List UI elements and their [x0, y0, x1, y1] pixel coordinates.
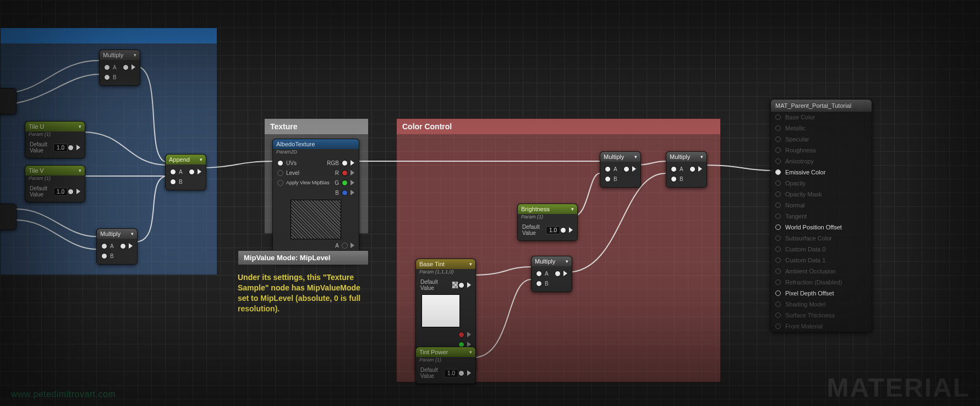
node-subtitle: Param (1) — [25, 175, 85, 182]
output-pin[interactable] — [68, 189, 74, 195]
chevron-down-icon[interactable]: ▾ — [469, 349, 472, 355]
output-pin[interactable] — [68, 145, 74, 151]
material-pin-subsurface-color: Subsurface Color — [771, 233, 872, 244]
chevron-down-icon[interactable]: ▾ — [131, 231, 134, 237]
node-title: Multiply — [100, 231, 121, 237]
multiply-node[interactable]: Multiply▾ A B — [96, 228, 138, 265]
material-pin-shading-model: Shading Model — [771, 299, 872, 310]
value-input[interactable]: 1.0 — [53, 144, 68, 152]
input-pin-a[interactable] — [104, 64, 110, 70]
node-title: Base Tint — [419, 261, 445, 267]
material-pins-list: Base ColorMetallicSpecularRoughnessAniso… — [771, 112, 872, 332]
material-pin-custom-data-0: Custom Data 0 — [771, 244, 872, 255]
texture-thumbnail[interactable] — [291, 200, 341, 239]
chevron-down-icon[interactable]: ▾ — [79, 168, 81, 173]
partial-node[interactable] — [0, 88, 17, 114]
material-pin-opacity-mask: Opacity Mask — [771, 189, 872, 200]
material-pin-front-material: Front Material — [771, 321, 872, 332]
chevron-down-icon[interactable]: ▾ — [700, 154, 703, 160]
append-node[interactable]: Append▾ A B — [165, 154, 206, 190]
watermark-material: MATERIAL — [827, 372, 970, 403]
comment-header-texture[interactable]: Texture — [265, 119, 368, 134]
node-subtitle: Param (1) — [518, 214, 577, 221]
material-pin-custom-data-1: Custom Data 1 — [771, 255, 872, 266]
output-pin[interactable] — [560, 227, 566, 233]
material-pin-emissive-color[interactable]: Emissive Color — [771, 167, 872, 178]
param-tile-u[interactable]: Tile U▾ Param (1) Default Value1.0 — [25, 121, 85, 158]
pin-g[interactable] — [342, 180, 348, 186]
node-title: Multiply — [670, 153, 690, 160]
output-pin[interactable] — [189, 169, 195, 175]
input-pin-b[interactable] — [170, 179, 176, 185]
material-pin-world-position-offset[interactable]: World Position Offset — [771, 222, 872, 233]
comment-header[interactable] — [1, 28, 217, 43]
node-subtitle: Param (1) — [416, 357, 475, 364]
material-node-title: MAT_Parent_Portal_Tutorial — [771, 100, 872, 112]
pin-level[interactable] — [277, 170, 283, 176]
material-output-node[interactable]: MAT_Parent_Portal_Tutorial Base ColorMet… — [770, 99, 872, 332]
pin-a[interactable] — [342, 243, 348, 249]
comment-header-color[interactable]: Color Control — [397, 119, 720, 134]
multiply-node[interactable]: Multiply▾ A B — [99, 50, 140, 86]
annotation-text: Under its settings, this "Texture Sample… — [238, 272, 364, 314]
output-pin[interactable] — [458, 282, 464, 288]
node-title: Tint Power — [419, 349, 448, 355]
material-pin-refraction-disabled-: Refraction (Disabled) — [771, 277, 872, 288]
node-title: Multiply — [103, 52, 123, 58]
node-subtitle: Param2D — [273, 149, 359, 156]
value-input[interactable]: 1.0 — [546, 226, 560, 234]
node-subtitle: Param (1) — [25, 131, 85, 138]
material-pin-opacity: Opacity — [771, 178, 872, 189]
chevron-down-icon[interactable]: ▾ — [566, 259, 568, 264]
node-title: AlbedoTexture — [276, 141, 315, 147]
pin-rgb[interactable] — [342, 160, 348, 166]
color-preview-white[interactable] — [421, 294, 460, 327]
pin-mipbias[interactable] — [277, 180, 283, 186]
node-title: Multiply — [604, 153, 624, 160]
node-title: Append — [169, 156, 190, 163]
param-tile-v[interactable]: Tile V▾ Param (1) Default Value1.0 — [25, 165, 85, 202]
partial-node[interactable] — [0, 204, 17, 230]
chevron-down-icon[interactable]: ▾ — [134, 52, 136, 58]
pin-r[interactable] — [342, 170, 348, 176]
color-swatch-picker[interactable] — [452, 281, 458, 289]
material-pin-base-color: Base Color — [771, 112, 872, 123]
material-pin-specular: Specular — [771, 134, 872, 145]
param-brightness[interactable]: Brightness▾ Param (1) Default Value1.0 — [517, 204, 578, 241]
chevron-down-icon[interactable]: ▾ — [571, 206, 574, 212]
output-pin[interactable] — [123, 64, 129, 70]
multiply-node[interactable]: Multiply▾ A B — [666, 151, 707, 188]
input-pin-a[interactable] — [170, 169, 176, 175]
material-pin-pixel-depth-offset[interactable]: Pixel Depth Offset — [771, 288, 872, 299]
output-pin[interactable] — [458, 370, 464, 376]
material-pin-tangent: Tangent — [771, 211, 872, 222]
material-pin-ambient-occlusion: Ambient Occlusion — [771, 266, 872, 277]
node-subtitle: Param (1,1,1,0) — [416, 269, 475, 276]
multiply-node[interactable]: Multiply▾ A B — [600, 151, 641, 188]
chevron-down-icon[interactable]: ▾ — [634, 154, 637, 160]
node-title: Tile V — [29, 167, 44, 174]
value-input[interactable]: 1.0 — [444, 369, 458, 377]
mipvalue-mode-label: MipValue Mode: MipLevel — [238, 250, 369, 265]
param-tint-power[interactable]: Tint Power▾ Param (1) Default Value1.0 — [415, 347, 476, 384]
pin-b[interactable] — [342, 190, 348, 196]
material-pin-normal: Normal — [771, 200, 872, 211]
texture-sample-node[interactable]: AlbedoTexture Param2D UVs RGB Level R Ap… — [272, 139, 359, 264]
material-pin-metallic: Metallic — [771, 123, 872, 134]
watermark-url: www.petedimitrovart.com — [11, 389, 116, 399]
material-pin-surface-thickness: Surface Thickness — [771, 310, 872, 321]
value-input[interactable]: 1.0 — [53, 188, 68, 196]
node-title: Multiply — [535, 258, 555, 265]
material-pin-anisotropy: Anisotropy — [771, 156, 872, 167]
node-title: Brightness — [521, 206, 550, 212]
chevron-down-icon[interactable]: ▾ — [79, 124, 81, 129]
input-pin-b[interactable] — [104, 74, 110, 80]
chevron-down-icon[interactable]: ▾ — [469, 261, 472, 267]
multiply-node[interactable]: Multiply▾ A B — [531, 256, 572, 292]
pin-uvs[interactable] — [277, 160, 283, 166]
chevron-down-icon[interactable]: ▾ — [200, 157, 202, 162]
node-title: Tile U — [29, 123, 44, 130]
material-pin-roughness: Roughness — [771, 145, 872, 156]
